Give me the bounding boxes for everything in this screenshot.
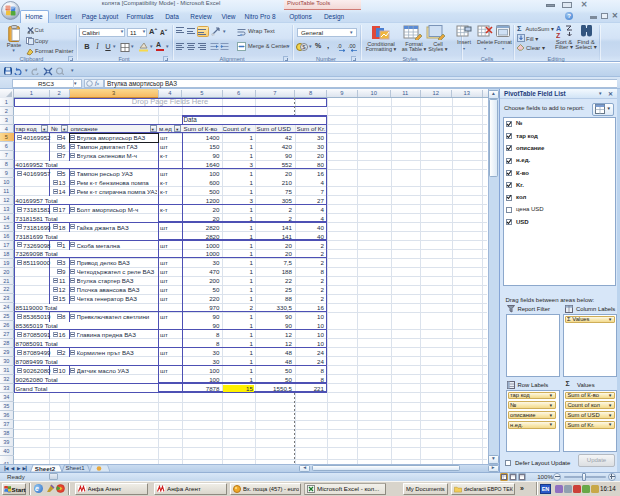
svg-text:A: A xyxy=(556,25,561,32)
svg-text:.0: .0 xyxy=(337,43,342,49)
svg-text:.00: .00 xyxy=(348,43,356,49)
svg-text:Z: Z xyxy=(556,32,561,39)
